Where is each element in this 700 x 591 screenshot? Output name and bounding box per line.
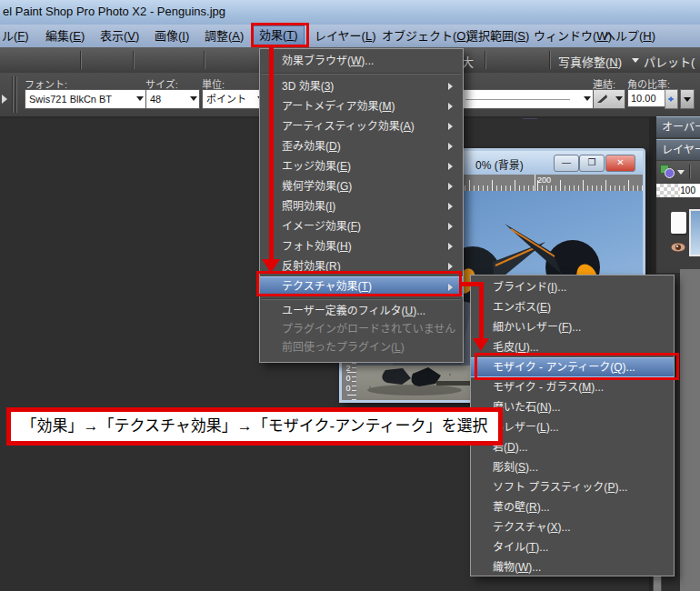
menu-item-recent-plugins: 前回使ったプラグイン(L) (260, 338, 463, 356)
photo-fix-button[interactable]: 写真修整(N) (558, 53, 622, 70)
highlight-box-mosaic-antique (475, 353, 679, 380)
chevron-down-icon[interactable] (190, 96, 197, 101)
chevron-down-icon[interactable] (677, 170, 685, 175)
menu-item-plugins-not-loaded: プラグインがロードされていません (260, 320, 463, 338)
link-select[interactable] (593, 89, 625, 109)
new-layer-icon[interactable] (660, 165, 675, 178)
menu-item-geometric-effects[interactable]: 幾何学効果(G) (260, 176, 463, 196)
instruction-callout: 「効果」→「テクスチャ効果」→「モザイク-アンティーク」を選択 (6, 407, 503, 446)
transparency-checker (656, 184, 680, 197)
menu-separator (262, 298, 461, 300)
stroke-preview (465, 99, 570, 100)
arrow-line-down (269, 47, 274, 261)
image-window-title: 0% (背景) (475, 156, 524, 172)
menu-adjust[interactable]: 調整(A) (199, 26, 249, 45)
chevron-down-icon[interactable] (584, 96, 591, 101)
highlight-box-effects-menu (251, 23, 309, 47)
menu-item-texture[interactable]: テクスチャ(X)... (471, 517, 674, 537)
chevron-down-icon[interactable] (615, 96, 623, 101)
overview-panel-header[interactable]: オーバー (656, 116, 700, 137)
menu-item-distortion-effects[interactable]: 歪み効果(D) (260, 136, 463, 156)
close-button[interactable]: ✕ (605, 155, 635, 172)
menu-selections[interactable]: 選択範囲(S) (461, 26, 535, 45)
spinner-arrows[interactable] (665, 89, 678, 109)
penguin-feet-photo (358, 363, 485, 399)
menu-item-blinds[interactable]: ブラインド(I)... (471, 277, 674, 297)
corner-ratio-input[interactable]: 10.00 (627, 89, 666, 107)
effects-menu: 効果ブラウザ(W)... 3D 効果(3) アートメディア効果(M) アーティス… (259, 48, 464, 363)
layer-opacity-field[interactable]: 100 (656, 184, 700, 197)
size-select[interactable]: 48 (145, 89, 200, 109)
menu-item-effect-browser[interactable]: 効果ブラウザ(W)... (260, 51, 463, 71)
overflow-arrow-icon[interactable] (2, 95, 7, 104)
menubar: ル(F) 編集(E) 表示(V) 画像(I) 調整(A) 効果(T) レイヤー(… (0, 25, 700, 47)
highlight-box-texture-effects (256, 271, 462, 296)
ratio-dropdown-icon[interactable] (680, 89, 695, 109)
menu-item-photo-effects[interactable]: フォト効果(H) (260, 236, 463, 256)
photo-fix-dropdown-icon[interactable] (632, 58, 639, 63)
h-ruler-label: 200 (537, 175, 551, 185)
menu-image[interactable]: 画像(I) (149, 26, 195, 45)
menu-layers[interactable]: レイヤー(L) (309, 26, 382, 45)
layer-visibility-eye-icon[interactable] (670, 242, 686, 253)
unit-select[interactable]: ポイント (202, 89, 267, 109)
menu-item-mosaic-glass[interactable]: モザイク - ガラス(M)... (471, 377, 674, 397)
menu-item-soft-plastic[interactable]: ソフト プラスティック(P)... (471, 477, 674, 497)
menu-item-art-media-effects[interactable]: アートメディア効果(M) (260, 96, 463, 116)
layers-panel-toolbar (656, 161, 700, 183)
menu-item-artistic-effects[interactable]: アーティスティック効果(A) (260, 116, 463, 136)
stroke-style-select[interactable] (459, 89, 594, 109)
brush-stroke-icon (596, 94, 609, 105)
menu-item-emboss[interactable]: エンボス(E) (471, 297, 674, 317)
layer-thumbnail[interactable] (689, 209, 700, 256)
v-ruler-label: 200 (344, 364, 353, 394)
menu-view[interactable]: 表示(V) (95, 26, 145, 45)
menu-item-image-effects[interactable]: イメージ効果(F) (260, 216, 463, 236)
titlebar: el Paint Shop Pro Photo X2 - Penguins.jp… (0, 0, 700, 25)
menu-item-weave[interactable]: 織物(W)... (471, 557, 674, 577)
layer-page-icon[interactable] (671, 212, 686, 234)
menu-item-tiles[interactable]: タイル(T)... (471, 537, 674, 557)
menu-separator (262, 73, 461, 75)
window-title: el Paint Shop Pro Photo X2 - Penguins.jp… (3, 5, 225, 18)
layers-panel-lower-bg (680, 269, 700, 591)
chevron-down-icon[interactable] (136, 96, 144, 101)
menu-item-3d-effects[interactable]: 3D 効果(3) (260, 76, 463, 96)
menu-help[interactable]: ヘルプ(H) (598, 26, 661, 45)
ruler-mark (535, 175, 535, 191)
arrow-head-down2-icon (473, 338, 489, 351)
menu-item-straw-wall[interactable]: 葦の壁(R)... (471, 497, 674, 517)
arrow-line-down2 (479, 282, 484, 340)
restore-button[interactable]: ❐ (579, 155, 605, 172)
menu-item-user-defined-filter[interactable]: ユーザー定義のフィルタ(U)... (260, 302, 463, 320)
palette-label-fragment[interactable]: パレット( (644, 53, 695, 70)
menu-item-sculpture[interactable]: 彫刻(S)... (471, 457, 674, 477)
menu-item-fine-leather[interactable]: 細かいレザー(F)... (471, 317, 674, 337)
menu-file[interactable]: ル(F) (0, 26, 35, 45)
minimize-button[interactable]: — (554, 155, 579, 172)
menu-item-illumination-effects[interactable]: 照明効果(I) (260, 196, 463, 216)
layers-panel-header[interactable]: レイヤー (656, 139, 700, 160)
font-select[interactable]: Swis721 BlkCn BT (25, 89, 146, 109)
menu-edit[interactable]: 編集(E) (40, 26, 90, 45)
menu-item-edge-effects[interactable]: エッジ効果(E) (260, 156, 463, 176)
